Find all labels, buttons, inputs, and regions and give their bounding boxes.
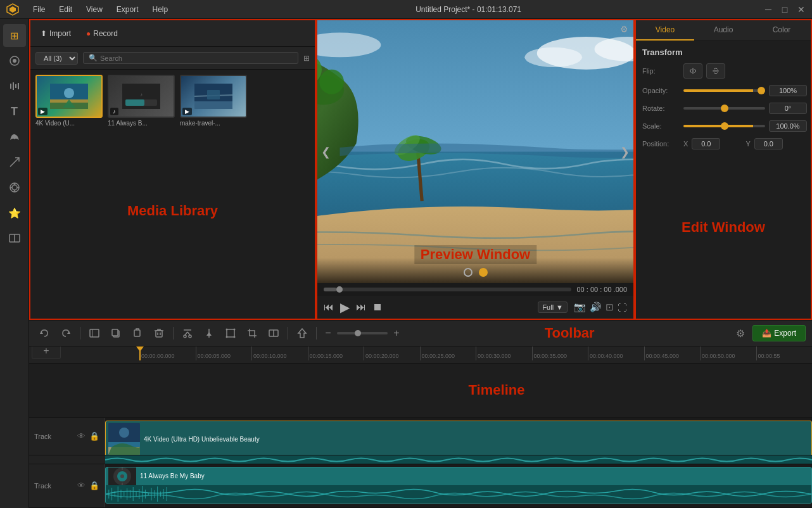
search-box[interactable]: 🔍 [83, 52, 298, 64]
preview-dot-1[interactable] [464, 268, 473, 277]
quality-select[interactable]: Full ▼ [538, 302, 568, 313]
top-section: ⬆ Import ● Record All (3) 🔍 [29, 19, 812, 320]
media-item-2[interactable]: ♪ ♪ 11 Always B... [108, 75, 175, 127]
menu-view[interactable]: View [80, 3, 109, 16]
preview-panel: ⚙ ❮ ❯ Preview Window 00 : 00 : 00 . [316, 19, 635, 320]
playhead[interactable] [139, 346, 141, 360]
sidebar-item-audio[interactable] [3, 75, 26, 98]
rewind-button[interactable]: ⏮ [324, 302, 334, 313]
paste-button[interactable] [129, 324, 146, 342]
play-button[interactable]: ▶ [340, 300, 350, 315]
audio-waveform [106, 485, 811, 503]
progress-bar[interactable] [324, 288, 571, 291]
sidebar-item-transition[interactable] [3, 151, 26, 174]
zoom-in-button[interactable]: + [390, 327, 403, 340]
cut-button[interactable] [179, 324, 196, 342]
preview-settings-icon[interactable]: ⚙ [620, 24, 628, 34]
tab-color[interactable]: Color [752, 20, 811, 41]
sidebar: ⊞ T ⭐ [0, 19, 29, 508]
track-visibility-icon[interactable]: 👁 [77, 431, 86, 441]
volume-icon[interactable]: 🔊 [590, 302, 602, 313]
sidebar-item-effects[interactable] [3, 49, 26, 72]
redo-button[interactable] [57, 324, 75, 342]
ruler-mark-6: 00:00:30.000 [476, 346, 532, 360]
delete-button[interactable] [150, 324, 168, 342]
import-button[interactable]: ⬆ Import [35, 27, 76, 41]
clip-button[interactable] [86, 324, 103, 342]
filter-select[interactable]: All (3) [35, 52, 78, 65]
ruler-mark-8: 00:00:40.000 [588, 346, 644, 360]
add-marker-button[interactable] [200, 324, 218, 342]
search-input[interactable] [100, 54, 293, 62]
crop-icon[interactable]: ⊡ [606, 302, 614, 313]
scale-slider[interactable] [683, 125, 765, 127]
track-audio-visibility-icon[interactable]: 👁 [77, 481, 86, 490]
audio-clip-label: 11 Always Be My Baby [140, 473, 205, 479]
clip-label: 4K Video (Ultra HD) Unbelievable Beauty [144, 436, 260, 443]
sidebar-item-media[interactable]: ⊞ [3, 24, 26, 47]
tab-audio[interactable]: Audio [694, 20, 752, 41]
screenshot-icon[interactable]: 📷 [574, 302, 586, 313]
menu-edit[interactable]: Edit [53, 3, 79, 16]
svg-rect-3 [13, 82, 14, 90]
copy-button[interactable] [107, 324, 125, 342]
preview-arrow-right[interactable]: ❯ [620, 145, 630, 159]
preview-dot-2[interactable] [479, 268, 488, 277]
media-thumb-1[interactable]: ▶ [35, 75, 103, 118]
crop-button[interactable] [243, 324, 261, 342]
clip-thumbnail [108, 423, 140, 455]
media-header: ⬆ Import ● Record [30, 20, 315, 47]
marker-button[interactable] [293, 324, 311, 342]
flip-vertical-button[interactable] [706, 63, 725, 79]
menu-help[interactable]: Help [146, 3, 175, 16]
media-thumb-3[interactable]: ▶ [180, 75, 247, 118]
media-label-2: 11 Always B... [108, 120, 175, 127]
maximize-button[interactable]: □ [779, 4, 790, 15]
zoom-slider[interactable] [337, 332, 388, 334]
media-thumb-2[interactable]: ♪ ♪ [108, 75, 175, 118]
stop-button[interactable]: ⏹ [372, 302, 383, 313]
track-content-audio[interactable]: 11 Always Be My Baby [105, 464, 812, 507]
svg-marker-62 [206, 332, 212, 336]
preview-arrow-left[interactable]: ❮ [321, 145, 331, 159]
grid-view-button[interactable]: ⊞ [303, 54, 310, 63]
menu-file[interactable]: File [27, 3, 51, 16]
svg-point-1 [13, 59, 16, 63]
close-button[interactable]: ✕ [796, 4, 807, 15]
settings-button[interactable]: ⚙ [736, 327, 745, 340]
flip-row: Flip: [642, 63, 804, 79]
transform-button[interactable] [222, 324, 239, 342]
media-item-1[interactable]: ▶ 4K Video (U... [35, 75, 103, 127]
forward-button[interactable]: ⏭ [356, 302, 366, 313]
track-audio-lock-icon[interactable]: 🔒 [89, 481, 99, 490]
add-track-button[interactable]: + [32, 346, 61, 359]
svg-rect-27 [207, 90, 220, 99]
record-button[interactable]: ● Record [81, 27, 123, 41]
export-button[interactable]: 📤 Export [752, 325, 806, 341]
media-item-3[interactable]: ▶ make-travel-... [180, 75, 247, 127]
split-button[interactable] [265, 324, 282, 342]
minimize-button[interactable]: ─ [763, 4, 774, 15]
sidebar-item-favorites[interactable]: ⭐ [3, 201, 26, 224]
video-clip[interactable]: 4K Video (Ultra HD) Unbelievable Beauty [105, 421, 812, 455]
undo-button[interactable] [35, 324, 53, 342]
opacity-slider[interactable] [683, 89, 765, 92]
progress-thumb[interactable] [336, 286, 343, 293]
rotate-slider[interactable] [683, 107, 765, 110]
rotate-label: Rotate: [642, 105, 683, 112]
sidebar-item-shapes[interactable] [3, 125, 26, 148]
zoom-out-button[interactable]: − [322, 327, 334, 340]
svg-point-73 [119, 428, 129, 438]
pos-x-label: X [683, 140, 688, 148]
audio-clip[interactable]: 11 Always Be My Baby [105, 467, 812, 504]
sidebar-item-split[interactable] [3, 227, 26, 250]
flip-horizontal-button[interactable] [683, 63, 702, 79]
sidebar-item-text[interactable]: T [3, 100, 26, 123]
track-content-video[interactable]: 4K Video (Ultra HD) Unbelievable Beauty [105, 418, 812, 455]
fullscreen-icon[interactable]: ⛶ [618, 302, 627, 313]
svg-point-57 [189, 335, 191, 338]
track-lock-icon[interactable]: 🔒 [89, 431, 99, 441]
menu-export[interactable]: Export [110, 3, 145, 16]
sidebar-item-filter[interactable] [3, 176, 26, 199]
tab-video[interactable]: Video [636, 20, 694, 41]
